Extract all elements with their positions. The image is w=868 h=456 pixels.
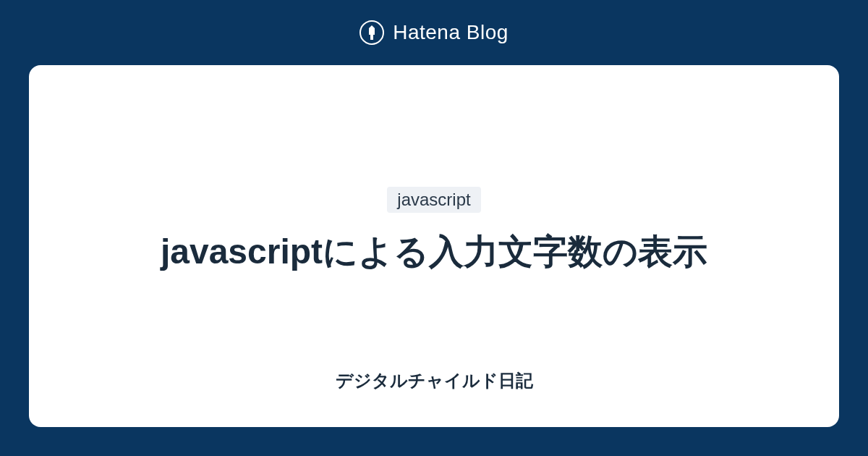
card-content: javascript javascriptによる入力文字数の表示 xyxy=(161,187,707,276)
article-title: javascriptによる入力文字数の表示 xyxy=(161,227,707,276)
article-card: javascript javascriptによる入力文字数の表示 デジタルチャイ… xyxy=(29,65,839,427)
blog-name: デジタルチャイルド日記 xyxy=(336,369,533,392)
header: Hatena Blog xyxy=(359,0,509,65)
category-tag: javascript xyxy=(387,187,480,213)
hatena-logo-icon xyxy=(359,20,384,45)
brand-name: Hatena Blog xyxy=(393,21,509,44)
